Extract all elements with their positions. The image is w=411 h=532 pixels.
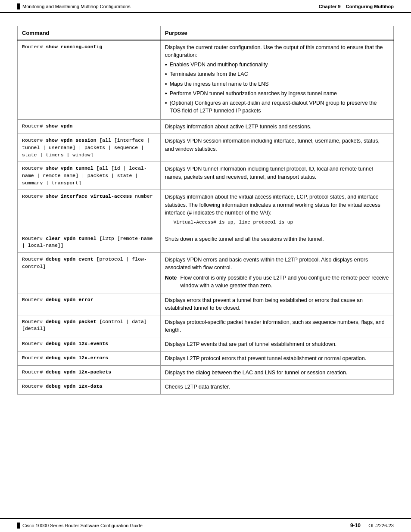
cmd-prefix: Router# [22,193,46,199]
list-item: Terminates tunnels from the LAC [165,70,389,78]
purpose-cell: Displays the current router configuratio… [160,40,393,120]
col-purpose-header: Purpose [160,26,393,40]
command-cell: Router# clear vpdn tunnel [l2tp [remote-… [18,232,161,252]
command-cell: Router# debug vpdn 12x-errors [18,352,161,366]
cmd-rest: number [132,193,153,199]
purpose-intro: Displays errors that prevent a tunnel fr… [165,296,389,312]
code-example: Virtual-Access# is up, line protocol is … [165,217,389,229]
list-item: (Optional) Configures an accept-dialin a… [165,99,389,115]
page-header: Monitoring and Maintaining Multihop Conf… [0,0,411,13]
purpose-intro: Displays the dialog between the LAC and … [165,369,389,376]
note-label: Note [165,274,177,289]
col-command-header: Command [18,26,161,40]
note-text: Flow control is only possible if you use… [181,274,389,289]
cmd-bold: show vpdn tunnel [46,165,93,171]
command-cell: Router# debug vpdn 12x-packets [18,366,161,380]
purpose-cell: Displays VPDN tunnel information includi… [160,162,393,190]
purpose-intro: Displays VPDN errors and basic events wi… [165,256,389,271]
list-item: Maps the ingress tunnel name to the LNS [165,80,389,88]
command-cell: Router# debug vpdn packet [control | dat… [18,315,161,337]
command-cell: Router# debug vpdn 12x-data [18,380,161,394]
purpose-cell: Displays the dialog between the LAC and … [160,366,393,380]
table-row: Router# debug vpdn packet [control | dat… [18,315,394,337]
table-row: Router# show interface virtual-access nu… [18,190,394,232]
header-bar-icon [17,3,20,9]
cmd-prefix: Router# [22,44,46,50]
purpose-intro: Displays information about the virtual a… [165,193,389,216]
command-cell: Router# show vpdn [18,120,161,134]
purpose-intro: Shuts down a specific tunnel and all the… [165,235,389,243]
cmd-bold: show vpdn session [46,137,96,143]
cmd-prefix: Router# [22,383,46,389]
table-header-row: Command Purpose [18,26,394,40]
purpose-intro: Checks L2TP data transfer. [165,383,389,391]
cmd-prefix: Router# [22,341,46,346]
table-row: Router# show vpdn session [all [interfac… [18,134,394,162]
cmd-bold: show running-config [46,44,102,50]
list-item: Performs VPDN tunnel authorization searc… [165,90,389,97]
purpose-intro: Displays L2TP events that are part of tu… [165,340,389,348]
table-row: Router# debug vpdn 12x-packetsDisplays t… [18,366,394,380]
cmd-prefix: Router# [22,165,46,171]
purpose-cell: Displays VPDN session information includ… [160,134,393,162]
cmd-prefix: Router# [22,137,46,143]
command-cell: Router# debug vpdn error [18,293,161,315]
table-row: Router# show vpdnDisplays information ab… [18,120,394,134]
purpose-cell: Displays information about the virtual a… [160,190,393,232]
cmd-prefix: Router# [22,297,46,302]
table-row: Router# show vpdn tunnel [all [id | loca… [18,162,394,190]
table-row: Router# debug vpdn 12x-errorsDisplays L2… [18,352,394,366]
command-cell: Router# show interface virtual-access nu… [18,190,161,232]
purpose-cell: Displays L2TP events that are part of tu… [160,337,393,352]
purpose-cell: Displays VPDN errors and basic events wi… [160,253,393,293]
purpose-intro: Displays protocol-specific packet header… [165,318,389,334]
table-row: Router# debug vpdn event [protocol | flo… [18,253,394,293]
command-cell: Router# show vpdn session [all [interfac… [18,134,161,162]
header-section: Monitoring and Maintaining Multihop Conf… [22,4,131,9]
cmd-bold: debug vpdn event [46,256,93,262]
purpose-intro: Displays information about active L2TP t… [165,123,389,131]
cmd-bold: debug vpdn error [46,297,93,302]
cmd-prefix: Router# [22,369,46,375]
header-left: Monitoring and Maintaining Multihop Conf… [17,3,131,9]
command-cell: Router# debug vpdn 12x-events [18,337,161,352]
table-row: Router# debug vpdn 12x-dataChecks L2TP d… [18,380,394,394]
footer-book-title: Cisco 10000 Series Router Software Confi… [22,523,143,528]
cmd-prefix: Router# [22,256,46,262]
cmd-bold: debug vpdn 12x-errors [46,355,108,361]
header-chapter: Chapter 9 Configuring Multihop [319,4,394,9]
purpose-intro: Displays VPDN tunnel information includi… [165,165,389,180]
list-item: Enables VPDN and multihop functionality [165,61,389,68]
purpose-cell: Displays errors that prevent a tunnel fr… [160,293,393,315]
purpose-intro: Displays the current router configuratio… [165,44,389,59]
cmd-bold: debug vpdn 12x-events [46,341,108,346]
table-row: Router# clear vpdn tunnel [l2tp [remote-… [18,232,394,252]
cmd-bold: clear vpdn tunnel [46,236,96,241]
footer-right: 9-10 OL-2226-23 [350,523,394,529]
bullet-list: Enables VPDN and multihop functionalityT… [165,61,389,115]
purpose-intro: Displays L2TP protocol errors that preve… [165,355,389,362]
cmd-bold: show interface virtual-access [46,193,132,199]
footer-left: Cisco 10000 Series Router Software Confi… [17,523,143,529]
cmd-bold: show vpdn [46,123,72,129]
command-cell: Router# show vpdn tunnel [all [id | loca… [18,162,161,190]
command-table: Command Purpose Router# show running-con… [17,26,394,395]
table-row: Router# show running-configDisplays the … [18,40,394,120]
cmd-bold: debug vpdn 12x-packets [46,369,111,375]
purpose-cell: Displays protocol-specific packet header… [160,315,393,337]
cmd-prefix: Router# [22,123,46,129]
main-content: Command Purpose Router# show running-con… [0,13,411,420]
table-row: Router# debug vpdn 12x-eventsDisplays L2… [18,337,394,352]
page-wrapper: Monitoring and Maintaining Multihop Conf… [0,0,411,532]
cmd-prefix: Router# [22,355,46,361]
footer-bar-icon [17,523,20,529]
footer-doc-number: OL-2226-23 [368,523,394,528]
command-cell: Router# debug vpdn event [protocol | flo… [18,253,161,293]
purpose-intro: Displays VPDN session information includ… [165,137,389,152]
note-block: NoteFlow control is only possible if you… [165,274,389,289]
cmd-bold: debug vpdn 12x-data [46,383,102,389]
page-footer: Cisco 10000 Series Router Software Confi… [0,518,411,532]
cmd-bold: debug vpdn packet [46,319,96,324]
cmd-prefix: Router# [22,236,46,241]
footer-page-number: 9-10 [350,523,361,529]
